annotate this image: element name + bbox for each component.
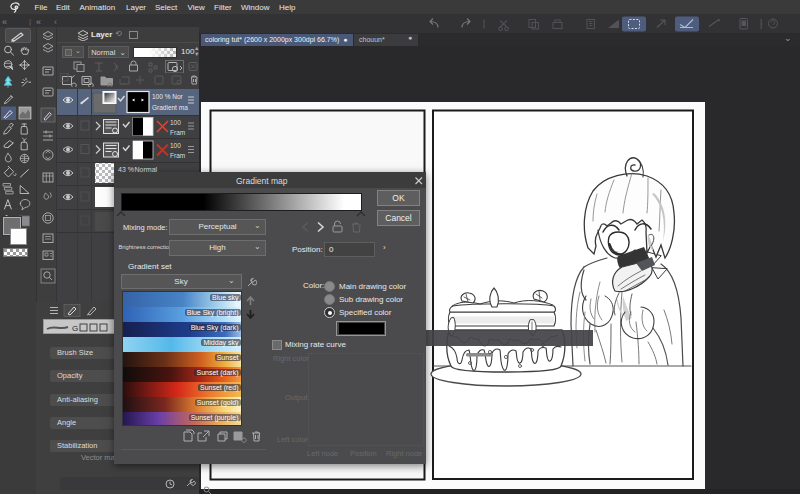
svg-text:100: 100 (170, 142, 181, 149)
svg-text:100 % Nor: 100 % Nor (152, 93, 184, 100)
svg-text:Gradient ma: Gradient ma (152, 104, 188, 111)
svg-text:G: G (72, 324, 78, 333)
svg-text:Fram: Fram (170, 129, 185, 136)
svg-text:100: 100 (170, 119, 181, 126)
svg-text:Fram: Fram (170, 152, 185, 159)
